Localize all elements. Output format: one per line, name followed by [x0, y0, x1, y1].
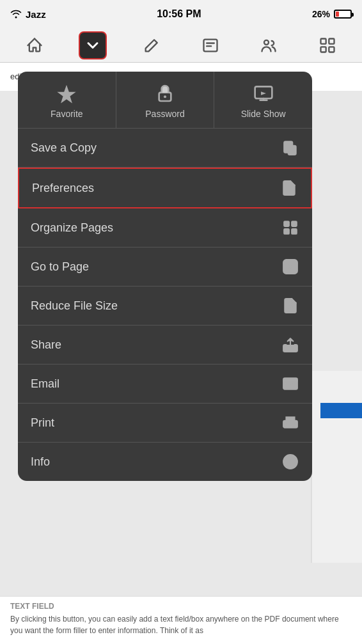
form-button[interactable] [196, 31, 224, 59]
print-item[interactable]: Print [18, 404, 312, 443]
status-carrier: Jazz [10, 9, 46, 20]
svg-rect-8 [255, 86, 272, 98]
svg-rect-10 [284, 221, 289, 226]
svg-rect-2 [321, 38, 326, 43]
toolbar [0, 28, 362, 63]
users-button[interactable] [255, 31, 283, 59]
wifi-icon [10, 10, 22, 19]
carrier-name: Jazz [26, 9, 46, 20]
save-copy-label: Save a Copy [31, 141, 97, 155]
svg-point-7 [164, 95, 166, 98]
share-label: Share [31, 338, 61, 352]
slideshow-label: Slide Show [241, 109, 286, 119]
share-item[interactable]: Share [18, 326, 312, 365]
slideshow-icon [253, 83, 274, 104]
reduce-file-size-label: Reduce File Size [31, 299, 118, 313]
blue-bar [320, 403, 362, 418]
slideshow-button[interactable]: Slide Show [214, 72, 312, 128]
dropdown-button[interactable] [79, 31, 107, 59]
chevron-down-icon [84, 36, 102, 54]
svg-rect-12 [284, 229, 289, 234]
svg-rect-11 [292, 221, 297, 226]
svg-rect-4 [321, 47, 326, 52]
lock-icon [155, 83, 175, 104]
info-item[interactable]: Info [18, 443, 312, 481]
preferences-doc-icon [280, 179, 298, 197]
favorite-label: Favorite [51, 109, 83, 119]
email-label: Email [31, 377, 59, 391]
printer-icon [281, 414, 299, 432]
svg-rect-13 [292, 229, 297, 234]
reduce-file-size-item[interactable]: Reduce File Size [18, 287, 312, 326]
bottom-section: Text Field By clicking this button, you … [0, 596, 362, 644]
go-to-page-label: Go to Page [31, 260, 89, 274]
organize-pages-item[interactable]: Organize Pages [18, 208, 312, 247]
apps-button[interactable] [313, 31, 342, 59]
info-label: Info [31, 455, 50, 469]
envelope-icon [281, 375, 299, 393]
bottom-label: Text Field [10, 602, 352, 611]
battery-icon [334, 10, 352, 19]
print-label: Print [31, 416, 54, 430]
share-icon [281, 336, 299, 354]
status-bar: Jazz 10:56 PM 26% [0, 0, 362, 28]
battery-percent: 26% [312, 9, 330, 19]
compress-icon [281, 297, 299, 315]
right-form-overlay [311, 371, 362, 563]
dropdown-menu: Favorite Password Slide Show Save a Copy [18, 72, 312, 481]
preferences-label: Preferences [32, 182, 94, 195]
arrow-right-icon [281, 258, 299, 276]
pencil-icon [143, 36, 161, 54]
copy-icon [281, 139, 299, 157]
form-icon [201, 36, 219, 54]
home-icon [26, 36, 43, 54]
edit-button[interactable] [138, 31, 166, 59]
email-item[interactable]: Email [18, 365, 312, 404]
go-to-page-item[interactable]: Go to Page [18, 247, 312, 287]
users-icon [260, 36, 278, 54]
info-icon [281, 453, 299, 471]
preferences-item[interactable]: Preferences [18, 168, 312, 208]
menu-icons-row: Favorite Password Slide Show [18, 72, 312, 129]
status-battery-area: 26% [312, 9, 352, 19]
svg-point-1 [264, 40, 269, 44]
svg-rect-3 [329, 38, 334, 43]
status-time: 10:56 PM [157, 8, 201, 20]
password-button[interactable]: Password [116, 72, 215, 128]
organize-pages-label: Organize Pages [31, 221, 113, 235]
save-copy-item[interactable]: Save a Copy [18, 129, 312, 168]
grid-icon [319, 36, 336, 54]
star-icon [56, 83, 77, 104]
bottom-text: By clicking this button, you can easily … [10, 613, 352, 636]
favorite-button[interactable]: Favorite [18, 72, 116, 128]
organize-pages-icon [281, 219, 299, 237]
svg-rect-5 [329, 47, 334, 52]
home-button[interactable] [20, 31, 49, 59]
password-label: Password [145, 109, 184, 119]
